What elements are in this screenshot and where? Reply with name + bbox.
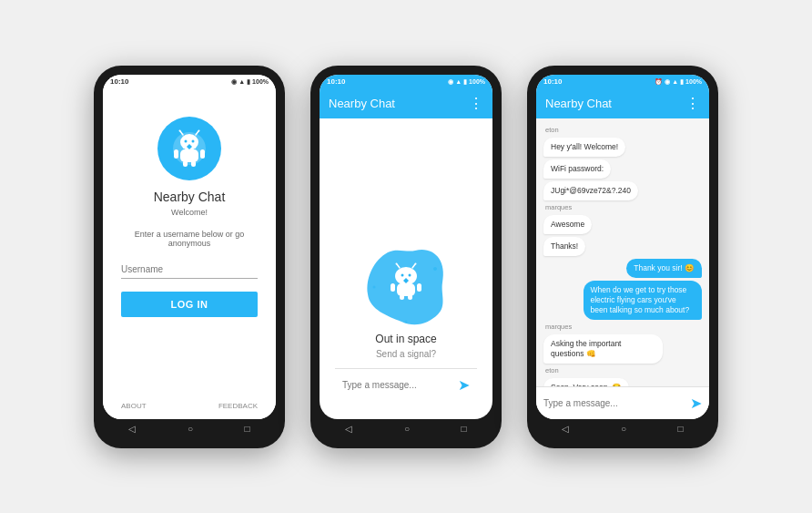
phone1-screen: 10:10 ◉ ▲ ▮ 100% — [103, 75, 276, 419]
phone3-app-title: Nearby Chat — [545, 97, 612, 110]
about-link[interactable]: ABOUT — [121, 402, 147, 410]
svg-rect-9 — [174, 149, 178, 159]
svg-point-7 — [192, 139, 195, 142]
phone2-nav-bar: ◁ ○ □ — [320, 419, 492, 439]
login-subtitle-line2: Enter a username below or go anonymous — [121, 230, 258, 248]
empty-state-screen: Out in space Send a signal? ➤ — [320, 118, 492, 419]
phone3-screen: 10:10 ⏰ ◉ ▲ ▮ 100% Nearby Chat ⋮ eton He… — [536, 75, 709, 419]
svg-point-5 — [198, 129, 200, 131]
svg-point-19 — [401, 273, 404, 276]
sender-marques-2: marques — [545, 323, 702, 331]
svg-point-27 — [433, 267, 437, 271]
login-footer: ABOUT FEEDBACK — [121, 402, 258, 410]
back-btn2[interactable]: ◁ — [345, 424, 352, 434]
app-logo — [157, 117, 221, 180]
phone3-msg-input[interactable] — [543, 398, 690, 408]
phone3-status-icons: ⏰ ◉ ▲ ▮ 100% — [655, 78, 702, 86]
recents-btn2[interactable]: □ — [462, 424, 467, 434]
android-icon — [167, 126, 212, 171]
phone1-status-bar: 10:10 ◉ ▲ ▮ 100% — [103, 75, 276, 89]
svg-point-16 — [396, 262, 398, 264]
recents-btn[interactable]: □ — [245, 424, 250, 434]
login-button[interactable]: LOG IN — [121, 292, 258, 317]
sender-eton-2: eton — [545, 366, 702, 374]
home-btn[interactable]: ○ — [188, 424, 193, 434]
svg-point-6 — [185, 139, 188, 142]
login-title: Nearby Chat — [154, 190, 226, 204]
phone1-battery-icon: ▮ — [247, 78, 250, 86]
empty-illustration: Out in space Send a signal? — [360, 241, 452, 359]
home-btn2[interactable]: ○ — [404, 424, 410, 434]
phone2-app-title: Nearby Chat — [329, 97, 395, 110]
phone3-overflow-icon[interactable]: ⋮ — [685, 95, 700, 112]
svg-rect-12 — [191, 160, 196, 167]
phone2-msg-input[interactable] — [342, 380, 458, 390]
msg-6: Thank you sir! 😊 — [626, 259, 702, 278]
phones-container: 10:10 ◉ ▲ ▮ 100% — [76, 47, 736, 467]
phone2-battery-pct: 100% — [469, 78, 485, 85]
msg-2: WiFi password: — [543, 159, 611, 179]
svg-rect-11 — [183, 160, 188, 167]
phone3-send-icon[interactable]: ➤ — [690, 395, 702, 412]
phone3-status-bar: 10:10 ⏰ ◉ ▲ ▮ 100% — [536, 75, 709, 89]
phone3-battery-pct: 100% — [685, 78, 702, 85]
phone3-nav-bar: ◁ ○ □ — [536, 419, 709, 439]
login-screen: Nearby Chat Welcome! Enter a username be… — [103, 89, 276, 419]
back-btn3[interactable]: ◁ — [562, 424, 569, 434]
phone1-nav-bar: ◁ ○ □ — [103, 419, 276, 439]
phone2-wifi-icon: ▲ — [455, 78, 462, 85]
svg-rect-8 — [180, 149, 198, 162]
svg-rect-23 — [417, 283, 421, 292]
svg-point-3 — [179, 129, 181, 131]
back-btn[interactable]: ◁ — [128, 424, 136, 434]
username-input[interactable] — [121, 261, 258, 279]
empty-title: Out in space — [375, 333, 436, 345]
phone2-overflow-icon[interactable]: ⋮ — [469, 95, 483, 112]
phone2-battery-icon: ▮ — [463, 78, 467, 86]
login-subtitle-line1: Welcome! — [171, 208, 208, 217]
svg-point-18 — [415, 262, 417, 264]
phone-chat: 10:10 ⏰ ◉ ▲ ▮ 100% Nearby Chat ⋮ eton He… — [527, 66, 718, 448]
phone2-signal-icon: ◉ — [448, 78, 453, 86]
msg-7: When do we get to try those electric fly… — [584, 281, 703, 320]
phone1-signal-icon: ◉ — [231, 78, 237, 86]
svg-rect-24 — [400, 294, 404, 300]
msg-5: Thanks! — [543, 237, 585, 256]
msg-8: Asking the important questions 👊 — [543, 334, 663, 364]
svg-rect-10 — [200, 149, 205, 159]
svg-rect-22 — [391, 283, 395, 292]
phone1-time: 10:10 — [110, 77, 128, 86]
msg-1: Hey y'all! Welcome! — [543, 138, 625, 157]
svg-point-20 — [409, 273, 411, 276]
sender-eton-1: eton — [545, 126, 702, 134]
blob-illustration — [360, 241, 452, 333]
home-btn3[interactable]: ○ — [621, 424, 626, 434]
phone3-msg-input-bar: ➤ — [536, 386, 709, 419]
phone3-app-bar: Nearby Chat ⋮ — [536, 89, 709, 118]
svg-rect-25 — [408, 294, 412, 300]
phone3-time: 10:10 — [543, 77, 562, 86]
svg-rect-21 — [397, 283, 415, 296]
chat-messages: eton Hey y'all! Welcome! WiFi password: … — [536, 118, 709, 386]
phone3-alarm-icon: ⏰ — [655, 78, 663, 86]
empty-subtitle: Send a signal? — [376, 349, 436, 359]
phone2-time: 10:10 — [327, 77, 345, 86]
feedback-link[interactable]: FEEDBACK — [218, 402, 258, 410]
phone1-battery-pct: 100% — [252, 78, 269, 85]
sender-marques-1: marques — [545, 203, 702, 211]
phone3-signal-icon: ◉ — [665, 78, 670, 86]
phone1-wifi-icon: ▲ — [239, 78, 245, 85]
phone-empty: 10:10 ◉ ▲ ▮ 100% Nearby Chat ⋮ — [310, 66, 502, 448]
phone3-wifi-icon: ▲ — [672, 78, 678, 85]
phone2-status-bar: 10:10 ◉ ▲ ▮ 100% — [320, 75, 492, 89]
phone2-app-bar: Nearby Chat ⋮ — [320, 89, 492, 118]
phone2-screen: 10:10 ◉ ▲ ▮ 100% Nearby Chat ⋮ — [320, 75, 492, 419]
msg-4: Awesome — [543, 215, 592, 234]
recents-btn3[interactable]: □ — [678, 424, 684, 434]
phone2-send-icon[interactable]: ➤ — [458, 376, 470, 394]
phone3-battery-icon: ▮ — [680, 78, 684, 86]
msg-9: Soon. Very soon. 😏 — [543, 378, 629, 385]
msg-3: JUgi*@69vze72&?.240 — [543, 181, 638, 200]
phone2-status-icons: ◉ ▲ ▮ 100% — [448, 78, 485, 86]
phone2-msg-input-bar: ➤ — [335, 368, 477, 401]
